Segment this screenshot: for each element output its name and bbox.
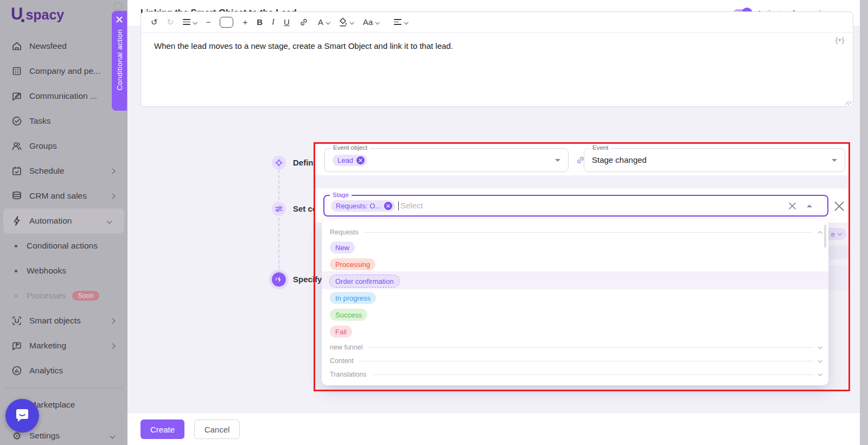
redo-icon[interactable]: ↻ — [167, 17, 174, 27]
obscured-block — [829, 265, 848, 291]
font-size-box[interactable] — [220, 17, 233, 28]
fill-color-button[interactable] — [339, 17, 354, 27]
option-success[interactable]: Success — [330, 309, 367, 321]
close-icon[interactable] — [116, 16, 123, 23]
chevron-right-icon — [110, 193, 116, 199]
group-translations[interactable]: Translations — [330, 369, 822, 380]
option-label: Fail — [335, 328, 347, 336]
database-icon — [11, 190, 23, 202]
option-label: New — [335, 244, 349, 252]
stage-options-dropdown: Requests New Processing Order confirmati… — [322, 219, 828, 385]
undo-icon[interactable]: ↺ — [151, 17, 158, 27]
stage-chip: Requests: O... — [331, 200, 395, 212]
group-content[interactable]: Content — [330, 355, 822, 366]
sidebar-divider — [4, 387, 123, 388]
group-new-funnel[interactable]: new funnel — [330, 342, 822, 353]
letter-case-button[interactable]: Aa — [363, 17, 379, 27]
bold-button[interactable]: B — [257, 17, 263, 27]
dropdown-scrollbar[interactable] — [824, 225, 826, 247]
stage-input[interactable]: Select — [393, 201, 423, 211]
sidebar-item-label: Conditional actions — [27, 241, 98, 251]
option-label: Success — [335, 311, 362, 319]
link-button[interactable] — [299, 17, 309, 27]
option-fail[interactable]: Fail — [330, 326, 352, 338]
chevron-right-icon — [110, 318, 116, 323]
decrease-font-icon[interactable]: − — [206, 17, 211, 27]
clear-icon[interactable] — [789, 202, 796, 209]
option-label: Order confirmation — [335, 277, 394, 285]
sidebar-nav: Newsfeed Company and pe... Communication… — [0, 34, 127, 445]
editor-text[interactable]: When the lead moves to a new stage, crea… — [154, 41, 453, 50]
sidebar-item-smart-objects[interactable]: Smart objects — [0, 308, 127, 333]
option-new[interactable]: New — [330, 241, 355, 253]
home-icon — [11, 40, 23, 52]
panel-footer: Create Cancel — [127, 412, 860, 445]
sidebar-item-label: Analytics — [29, 366, 63, 376]
increase-font-icon[interactable]: + — [242, 17, 247, 27]
sidebar-item-company[interactable]: Company and pe... — [0, 59, 127, 84]
chevron-down-icon — [838, 231, 842, 235]
sidebar-item-groups[interactable]: Groups — [0, 134, 127, 158]
chip-label: Lead — [337, 156, 353, 164]
underline-button[interactable]: U — [284, 17, 290, 27]
event-object-select[interactable]: Event object Lead — [324, 148, 569, 172]
sidebar-item-tasks[interactable]: Tasks — [0, 109, 127, 134]
bullet-icon — [15, 295, 17, 297]
sidebar-item-label: Tasks — [29, 116, 51, 126]
option-processing[interactable]: Processing — [330, 258, 375, 270]
create-button[interactable]: Create — [141, 419, 184, 439]
define-trigger-step-icon — [272, 156, 286, 170]
option-in-progress[interactable]: In progress — [330, 292, 376, 304]
sidebar-item-label: Newsfeed — [29, 41, 67, 51]
collapse-arrow-icon[interactable] — [807, 205, 812, 207]
analytics-icon — [11, 365, 23, 377]
sidebar: U spacy Newsfeed Company and pe... Commu… — [0, 0, 127, 445]
option-label: Processing — [335, 260, 370, 269]
resize-handle[interactable] — [845, 98, 852, 105]
group-label: Content — [330, 357, 354, 365]
megaphone-icon — [11, 340, 23, 352]
align-button[interactable] — [394, 19, 408, 25]
sidebar-item-newsfeed[interactable]: Newsfeed — [0, 34, 127, 59]
event-label: Event — [590, 144, 611, 151]
option-order-confirmation[interactable]: Order confirmation — [330, 275, 399, 287]
sidebar-item-analytics[interactable]: Analytics — [0, 358, 127, 383]
sidebar-item-conditional-actions[interactable]: Conditional actions — [0, 233, 127, 258]
group-divider — [368, 347, 813, 348]
chevron-down-icon — [818, 358, 822, 362]
chat-bubble-icon — [15, 409, 30, 423]
uspacy-logo[interactable]: U spacy — [11, 4, 64, 24]
option-label: In progress — [335, 294, 371, 302]
event-select[interactable]: Event Stage changed — [584, 148, 845, 172]
chip-label: Requests: O... — [336, 202, 381, 210]
sidebar-item-automation[interactable]: Automation — [3, 208, 124, 233]
insert-variable-button[interactable]: {+} — [835, 36, 844, 44]
chip-remove-icon[interactable] — [384, 202, 392, 210]
conditional-action-tab[interactable]: Conditional action — [112, 11, 127, 111]
sidebar-collapse-icon[interactable] — [114, 3, 122, 10]
dimmed-page-edge — [860, 0, 868, 445]
support-chat-button[interactable] — [5, 399, 39, 433]
line-height-icon[interactable] — [183, 19, 197, 25]
sidebar-item-schedule[interactable]: Schedule — [0, 158, 127, 183]
group-requests[interactable]: Requests — [330, 227, 822, 238]
sidebar-item-communication[interactable]: Communication ... — [0, 84, 127, 109]
bullet-icon — [15, 245, 17, 247]
group-divider — [372, 374, 813, 375]
font-color-button[interactable]: A — [318, 17, 330, 27]
text-cursor — [398, 201, 399, 211]
chip-remove-icon[interactable] — [356, 156, 365, 164]
sidebar-item-webhooks[interactable]: Webhooks — [0, 258, 127, 283]
sidebar-item-label: Processes — [27, 291, 66, 301]
cancel-button[interactable]: Cancel — [194, 419, 240, 439]
remove-condition-icon[interactable] — [834, 201, 844, 211]
sidebar-item-marketing[interactable]: Marketing — [0, 333, 127, 358]
chevron-down-icon — [107, 218, 112, 224]
italic-button[interactable]: I — [272, 17, 275, 27]
sidebar-item-crm[interactable]: CRM and sales — [0, 183, 127, 208]
event-value: Stage changed — [592, 155, 647, 164]
editor-toolbar: ↺ ↻ − + B I U A Aa — [141, 12, 853, 33]
sidebar-item-label: CRM and sales — [29, 191, 87, 201]
stage-select[interactable]: Stage Requests: O... Select — [323, 195, 828, 217]
group-label: Translations — [330, 371, 367, 378]
